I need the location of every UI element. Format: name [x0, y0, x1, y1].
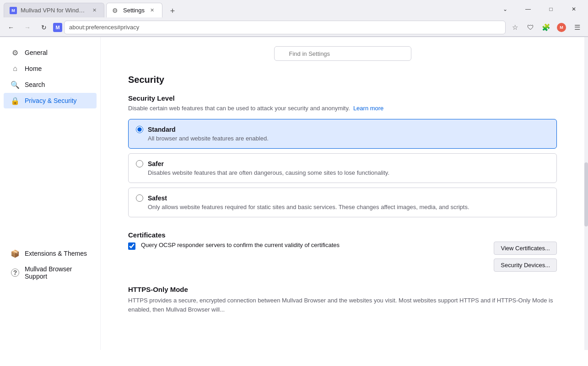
support-icon: ? [11, 269, 19, 277]
learn-more-link[interactable]: Learn more [353, 105, 383, 112]
certificates-title: Certificates [128, 231, 557, 239]
view-certificates-button[interactable]: View Certificates... [494, 242, 557, 255]
radio-desc-standard: All browser and website features are ena… [136, 135, 549, 142]
menu-button[interactable]: ☰ [570, 20, 584, 35]
radio-desc-safest: Only allows website features required fo… [136, 204, 549, 210]
security-option-standard[interactable]: Standard All browser and website feature… [128, 119, 557, 149]
extensions-icon: 📦 [11, 249, 19, 258]
https-only-description: HTTPS provides a secure, encrypted conne… [128, 296, 557, 314]
general-icon: ⚙ [11, 48, 19, 57]
sidebar-label-home: Home [25, 65, 42, 72]
security-level-title: Security Level [128, 94, 557, 102]
radio-name-safest: Safest [148, 194, 167, 202]
ocsp-row: Query OCSP responder servers to confirm … [128, 242, 486, 250]
sidebar-item-search[interactable]: 🔍 Search [4, 77, 97, 92]
ocsp-checkbox[interactable] [128, 242, 135, 250]
browser-chrome: M Mullvad VPN for Windows - Do... ✕ ⚙ Se… [0, 0, 588, 37]
scrollbar-track[interactable] [584, 37, 588, 350]
radio-safer[interactable] [136, 160, 143, 167]
find-input-wrapper: 🔍 [274, 46, 411, 61]
tab-close-button[interactable]: ✕ [90, 6, 98, 15]
bookmark-button[interactable]: ☆ [507, 20, 522, 35]
sidebar-label-privacy-security: Privacy & Security [25, 97, 77, 104]
tab-settings-icon: ⚙ [112, 7, 119, 14]
sidebar: ⚙ General ⌂ Home 🔍 Search 🔒 Privacy & Se… [0, 37, 101, 350]
ocsp-label: Query OCSP responder servers to confirm … [141, 242, 486, 248]
address-text: about:preferences#privacy [69, 24, 139, 31]
mullvad-button[interactable]: M [554, 20, 569, 35]
maximize-button[interactable]: □ [540, 2, 561, 16]
find-in-settings-wrapper: 🔍 [128, 46, 557, 61]
tab-title: Mullvad VPN for Windows - Do... [21, 7, 86, 14]
close-button[interactable]: ✕ [563, 2, 584, 16]
sidebar-label-extensions-themes: Extensions & Themes [25, 250, 87, 257]
address-bar[interactable]: about:preferences#privacy [64, 21, 506, 34]
section-title: Security [128, 75, 557, 85]
extensions-button[interactable]: 🧩 [539, 20, 553, 35]
tab-favicon: M [10, 7, 17, 14]
radio-name-standard: Standard [148, 126, 176, 133]
back-button[interactable]: ← [4, 20, 18, 35]
sidebar-item-home[interactable]: ⌂ Home [4, 61, 97, 76]
lock-icon: 🔒 [11, 97, 19, 105]
ocsp-checkbox-col [128, 242, 135, 250]
radio-name-safer: Safer [148, 160, 164, 167]
mullvad-icon: M [557, 23, 566, 32]
navigation-bar: ← → ↻ M about:preferences#privacy ☆ 🛡 🧩 … [0, 18, 588, 37]
site-favicon: M [53, 23, 62, 32]
toolbar-icons: ☆ 🛡 🧩 M ☰ [507, 20, 584, 35]
radio-standard[interactable] [136, 126, 143, 133]
tab-settings[interactable]: ⚙ Settings ✕ [106, 3, 162, 17]
find-in-settings-input[interactable] [274, 46, 411, 61]
sidebar-label-search: Search [25, 81, 45, 88]
sidebar-label-general: General [25, 49, 48, 56]
radio-label-standard: Standard [136, 126, 549, 133]
sidebar-item-privacy-security[interactable]: 🔒 Privacy & Security [4, 93, 97, 108]
security-option-safest[interactable]: Safest Only allows website features requ… [128, 188, 557, 217]
radio-label-safest: Safest [136, 194, 549, 202]
search-icon: 🔍 [11, 81, 19, 89]
forward-button[interactable]: → [20, 20, 35, 35]
tab-mullvad[interactable]: M Mullvad VPN for Windows - Do... ✕ [4, 3, 104, 17]
radio-desc-safer: Disables website features that are often… [136, 169, 549, 176]
title-bar: M Mullvad VPN for Windows - Do... ✕ ⚙ Se… [0, 0, 588, 18]
https-only-title: HTTPS-Only Mode [128, 285, 557, 293]
app-body: ⚙ General ⌂ Home 🔍 Search 🔒 Privacy & Se… [0, 37, 588, 350]
reload-button[interactable]: ↻ [37, 20, 51, 35]
radio-label-safer: Safer [136, 160, 549, 167]
tab-settings-title: Settings [123, 7, 145, 14]
minimize-button[interactable]: — [518, 2, 539, 16]
security-option-safer[interactable]: Safer Disables website features that are… [128, 153, 557, 183]
https-only-section: HTTPS-Only Mode HTTPS provides a secure,… [128, 285, 557, 314]
sidebar-item-extensions-themes[interactable]: 📦 Extensions & Themes [4, 246, 97, 261]
scrollbar-thumb[interactable] [584, 162, 588, 226]
main-content: 🔍 Security Security Level Disable certai… [101, 37, 584, 350]
home-icon: ⌂ [11, 65, 19, 73]
security-level-section: Security Level Disable certain web featu… [128, 94, 557, 217]
shield-button[interactable]: 🛡 [523, 20, 538, 35]
certificates-buttons: View Certificates... Security Devices... [494, 242, 557, 272]
certificates-section: Certificates Query OCSP responder server… [128, 231, 557, 272]
sidebar-label-mullvad-support: Mullvad Browser Support [25, 265, 89, 280]
tabs-dropdown-button[interactable]: ⌄ [495, 2, 516, 16]
sidebar-item-general[interactable]: ⚙ General [4, 45, 97, 60]
security-devices-button[interactable]: Security Devices... [494, 258, 557, 272]
sidebar-item-mullvad-support[interactable]: ? Mullvad Browser Support [4, 262, 97, 284]
radio-safest[interactable] [136, 194, 143, 202]
tab-settings-close-button[interactable]: ✕ [148, 6, 156, 15]
security-level-description: Disable certain web features that can be… [128, 105, 557, 112]
new-tab-button[interactable]: + [166, 5, 179, 17]
window-controls: ⌄ — □ ✕ [495, 2, 584, 16]
